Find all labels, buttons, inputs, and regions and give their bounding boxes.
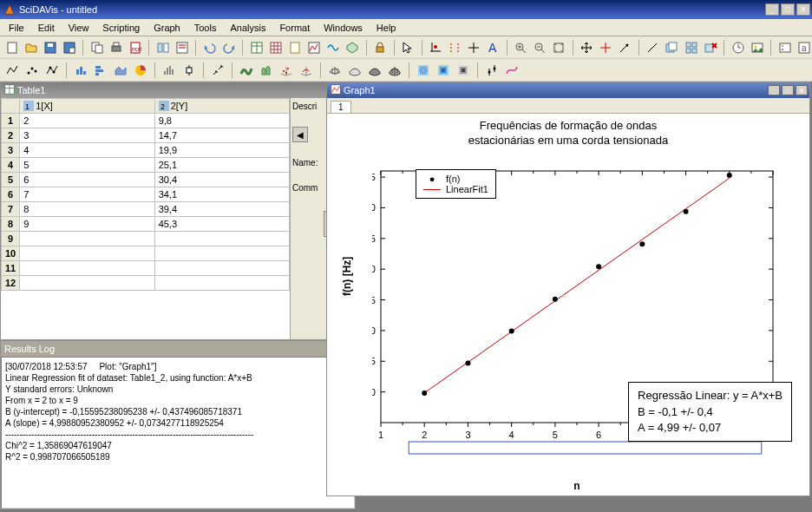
plot-line-icon[interactable] (3, 62, 21, 79)
graph-canvas[interactable]: Frequências de formação de ondas estacio… (327, 114, 809, 496)
menu-windows[interactable]: Windows (317, 21, 370, 35)
plot-3d-polygons-icon[interactable] (366, 62, 383, 79)
arrange-layers-icon[interactable] (683, 39, 699, 56)
new-graph-icon[interactable] (305, 39, 322, 56)
duplicate-icon[interactable] (88, 39, 105, 56)
plot-3d-wireframe-icon[interactable] (326, 62, 344, 79)
new-project-icon[interactable] (3, 39, 20, 56)
cell-y[interactable]: 39,4 (154, 202, 289, 217)
results-log-window[interactable]: Results Log ✕ [30/07/2018 12:53:57 Plot:… (0, 340, 356, 509)
cell-x[interactable]: 4 (20, 143, 154, 158)
draw-line-icon[interactable] (645, 39, 661, 56)
cell-x[interactable] (20, 276, 154, 291)
plot-gray-icon[interactable] (455, 62, 472, 79)
corner-cell[interactable] (2, 99, 20, 114)
cell-x[interactable]: 9 (20, 217, 154, 232)
cell-y[interactable]: 34,1 (154, 187, 289, 202)
new-3dplot-icon[interactable] (344, 39, 361, 56)
plot-err-icon[interactable] (483, 62, 501, 79)
cell-y[interactable]: 9,8 (154, 114, 289, 128)
menu-tools[interactable]: Tools (187, 21, 224, 35)
new-note-icon[interactable] (286, 39, 303, 56)
rescale-icon[interactable] (551, 39, 567, 56)
plot-3d-trajectory-icon[interactable] (298, 62, 315, 79)
cell-x[interactable]: 5 (20, 158, 154, 173)
row-header[interactable]: 1 (2, 114, 20, 128)
row-header[interactable]: 4 (2, 158, 20, 173)
print-icon[interactable] (108, 39, 124, 56)
table-titlebar[interactable]: Table1 (1, 82, 329, 98)
cell-x[interactable]: 2 (20, 114, 154, 128)
results-body[interactable]: [30/07/2018 12:53:57 Plot: "Graph1"] Lin… (1, 357, 355, 509)
cell-x[interactable] (20, 246, 154, 261)
plot-3d-ribbon-icon[interactable] (238, 62, 255, 79)
plot-pie-icon[interactable] (132, 62, 149, 79)
redo-icon[interactable] (220, 39, 237, 56)
row-header[interactable]: 7 (2, 202, 20, 217)
graph-minimize-button[interactable]: _ (768, 85, 780, 95)
zoom-in-icon[interactable] (513, 39, 529, 56)
cell-y[interactable]: 19,9 (154, 143, 289, 158)
row-header[interactable]: 2 (2, 128, 20, 143)
graph-close-button[interactable]: ✕ (796, 85, 808, 95)
export-pdf-icon[interactable]: PDF (127, 39, 143, 56)
open-icon[interactable] (23, 39, 39, 56)
cell-y[interactable] (154, 261, 289, 276)
plot-spline-icon[interactable] (503, 62, 521, 79)
plot-3d-scatter-icon[interactable] (278, 62, 295, 79)
menu-view[interactable]: View (62, 21, 96, 35)
plot-rows-icon[interactable] (92, 62, 109, 79)
zoom-out-icon[interactable] (532, 39, 548, 56)
remove-bad-data-icon[interactable] (598, 39, 614, 56)
graph-titlebar[interactable]: Graph1 _ □ ✕ (327, 82, 809, 98)
row-header[interactable]: 5 (2, 173, 20, 187)
screen-reader-icon[interactable] (466, 39, 482, 56)
row-header[interactable]: 10 (2, 246, 20, 261)
plot-3d-bars-icon[interactable] (258, 62, 275, 79)
cell-y[interactable]: 30,4 (154, 173, 289, 187)
cell-y[interactable] (154, 246, 289, 261)
row-header[interactable]: 12 (2, 276, 20, 291)
results-titlebar[interactable]: Results Log ✕ (1, 341, 355, 357)
cell-y[interactable]: 45,3 (154, 217, 289, 232)
menu-file[interactable]: File (2, 21, 31, 35)
add-text-icon[interactable]: A (485, 39, 501, 56)
results-log-icon[interactable] (174, 39, 190, 56)
legend[interactable]: ●f(n) LinearFit1 (416, 169, 496, 199)
y-axis-label[interactable]: f(n) [Hz] (341, 257, 353, 296)
col-header-x[interactable]: 11[X] (20, 99, 154, 114)
plot-contour-icon[interactable] (415, 62, 432, 79)
graph-maximize-button[interactable]: □ (782, 85, 794, 95)
new-table-icon[interactable] (248, 39, 265, 56)
col-header-y[interactable]: 22[Y] (154, 99, 289, 114)
graph-window[interactable]: Graph1 _ □ ✕ 1 Frequências de formação d… (326, 82, 810, 496)
lock-icon[interactable] (372, 39, 389, 56)
table-window[interactable]: Table1 11[X] 22[Y] 129,82314,73419,94525… (0, 82, 330, 340)
cell-y[interactable]: 14,7 (154, 128, 289, 143)
row-header[interactable]: 9 (2, 232, 20, 246)
row-header[interactable]: 8 (2, 217, 20, 232)
new-function-plot-icon[interactable] (325, 39, 342, 56)
menu-scripting[interactable]: Scripting (95, 21, 147, 35)
pointer-icon[interactable] (400, 39, 416, 56)
add-layer-icon[interactable] (664, 39, 680, 56)
plot-vectors-icon[interactable] (209, 62, 226, 79)
regression-annotation[interactable]: Regressão Linear: y = A*x+B B = -0,1 +/-… (628, 382, 792, 442)
cell-x[interactable]: 6 (20, 173, 154, 187)
project-explorer-icon[interactable] (154, 39, 171, 56)
data-reader-icon[interactable] (428, 39, 444, 56)
cell-x[interactable]: 7 (20, 187, 154, 202)
close-button[interactable]: ✕ (796, 3, 810, 16)
maximize-button[interactable]: □ (781, 3, 795, 16)
select-data-range-icon[interactable] (447, 39, 463, 56)
menu-format[interactable]: Format (272, 21, 317, 35)
x-axis-label[interactable]: n (372, 480, 782, 492)
plot-3d-wirepoly-icon[interactable] (386, 62, 403, 79)
plot-line-scatter-icon[interactable] (43, 62, 61, 79)
row-header[interactable]: 11 (2, 261, 20, 276)
add-timestamp-icon[interactable] (730, 39, 746, 56)
menu-edit[interactable]: Edit (31, 21, 62, 35)
plot-scatter-icon[interactable] (23, 62, 41, 79)
cell-y[interactable] (154, 232, 289, 246)
plot-3d-hiddenline-icon[interactable] (346, 62, 363, 79)
